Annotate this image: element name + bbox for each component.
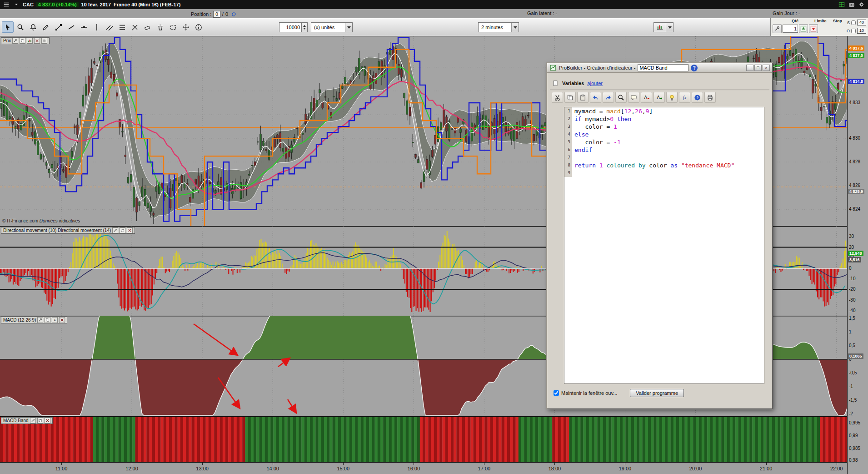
grid-icon[interactable]: [41, 38, 47, 44]
tool-pitchfork-icon[interactable]: [129, 21, 141, 33]
layout-icon[interactable]: [838, 1, 845, 8]
close-icon[interactable]: [45, 418, 50, 424]
close-icon[interactable]: [127, 227, 133, 233]
app-menu-icon[interactable]: [3, 1, 10, 8]
sell-stop-button[interactable]: [809, 24, 818, 33]
time-tick: [837, 463, 837, 465]
copy-icon[interactable]: [45, 317, 50, 323]
copy-icon[interactable]: [37, 418, 43, 424]
o-label: O: [847, 29, 850, 33]
tool-vline-icon[interactable]: [91, 21, 103, 33]
chart-style-select[interactable]: [653, 22, 673, 32]
wrench-icon[interactable]: [37, 317, 43, 323]
tool-segment-icon[interactable]: [65, 21, 77, 33]
code-line[interactable]: 4else: [564, 131, 764, 138]
code-line[interactable]: 1mymacd = macd[12,26,9]: [564, 107, 764, 115]
tool-pencil-icon[interactable]: [40, 21, 52, 33]
timeframe-select[interactable]: 2 minutes: [478, 22, 519, 32]
o-checkbox[interactable]: [851, 29, 856, 33]
code-line[interactable]: 8return 1 coloured by color as "tendance…: [564, 161, 764, 169]
macd-band-plot[interactable]: [0, 416, 847, 462]
tool-hline-icon[interactable]: [78, 21, 90, 33]
tool-cursor-icon[interactable]: [2, 21, 14, 33]
add-variable-link[interactable]: ajouter: [587, 81, 603, 86]
code-editor[interactable]: 1mymacd = macd[12,26,9]2if mymacd>0 then…: [564, 107, 764, 384]
refresh-icon[interactable]: [230, 10, 237, 18]
tool-trendline-icon[interactable]: [53, 21, 65, 33]
editor-comment-icon[interactable]: [628, 92, 639, 103]
editor-function-icon[interactable]: fx: [679, 92, 690, 103]
tool-move-icon[interactable]: [180, 21, 192, 33]
chevron-down-icon[interactable]: [511, 23, 519, 32]
chevron-down-icon[interactable]: [666, 23, 673, 32]
s-value[interactable]: 40: [857, 20, 866, 25]
editor-font-smaller-icon[interactable]: A: [641, 92, 652, 103]
instrument-symbol[interactable]: CAC: [23, 2, 34, 7]
tool-select-zone-icon[interactable]: [167, 21, 179, 33]
wrench-icon[interactable]: [12, 38, 18, 44]
atext-icon[interactable]: A: [52, 317, 58, 323]
o-value[interactable]: 10: [857, 28, 866, 34]
copy-icon[interactable]: [120, 227, 125, 233]
time-axis[interactable]: 11:0012:0013:0014:0015:0016:0017:0018:00…: [0, 462, 847, 474]
axis-label: 4 824: [849, 207, 860, 212]
wrench-icon[interactable]: [112, 227, 118, 233]
close-button[interactable]: ×: [763, 65, 770, 71]
tool-eraser-icon[interactable]: [142, 21, 154, 33]
editor-search-icon[interactable]: [615, 92, 627, 103]
gain-latent: Gain latent : -: [527, 10, 557, 16]
s-checkbox[interactable]: [851, 20, 856, 25]
gear-icon[interactable]: [858, 1, 865, 8]
code-line[interactable]: 2if mymacd>0 then: [564, 115, 764, 123]
indicator-name-input[interactable]: [638, 64, 688, 71]
editor-hint-icon[interactable]: [666, 92, 678, 103]
stop-header: Stop: [833, 19, 842, 23]
order-qty-input[interactable]: [783, 25, 798, 33]
price-axis[interactable]: 4 837,64 837,04 834,84 8334 8304 8284 82…: [847, 36, 868, 474]
tool-trash-icon[interactable]: [155, 21, 166, 33]
code-line[interactable]: 9: [564, 169, 764, 177]
editor-redo-icon[interactable]: [603, 92, 614, 103]
editor-help-icon[interactable]: ?: [692, 92, 703, 103]
tool-channel-icon[interactable]: [104, 21, 115, 33]
keep-open-checkbox[interactable]: [554, 390, 559, 396]
code-line[interactable]: 6endif: [564, 146, 764, 154]
tool-alarm-icon[interactable]: [27, 21, 39, 33]
camera-icon[interactable]: [848, 1, 855, 8]
axis-label: -30: [849, 298, 855, 303]
editor-font-larger-icon[interactable]: A: [653, 92, 665, 103]
editor-paste-icon[interactable]: [577, 92, 589, 103]
tool-zoom-icon[interactable]: [15, 21, 26, 33]
axis-value-badge: 8,516: [848, 257, 861, 262]
editor-print-icon[interactable]: [704, 92, 716, 103]
quantity-input[interactable]: [279, 22, 302, 32]
copy-icon[interactable]: [20, 38, 25, 44]
time-label: 22:00: [828, 466, 846, 471]
keep-open-option[interactable]: Maintenir la fenêtre ouv...: [554, 390, 617, 396]
time-label: 20:00: [687, 466, 705, 471]
code-line[interactable]: 5 color = -1: [564, 138, 764, 146]
quantity-stepper[interactable]: [302, 22, 308, 32]
editor-cut-icon[interactable]: [552, 92, 563, 103]
minimize-button[interactable]: –: [746, 65, 753, 71]
code-line[interactable]: 3 color = 1: [564, 123, 764, 131]
tool-info-icon[interactable]: [193, 21, 205, 33]
close-icon[interactable]: [34, 38, 40, 44]
wrench-icon[interactable]: [30, 418, 36, 424]
chevron-down-icon[interactable]: [345, 23, 352, 32]
code-line[interactable]: 7: [564, 154, 764, 161]
instrument-dropdown-icon[interactable]: [13, 1, 20, 8]
editor-copy-icon[interactable]: [564, 92, 576, 103]
tool-fibonacci-icon[interactable]: [116, 21, 128, 33]
validate-program-button[interactable]: Valider programme: [630, 389, 684, 397]
editor-undo-icon[interactable]: [590, 92, 601, 103]
help-icon[interactable]: ?: [691, 65, 698, 71]
unit-select[interactable]: (x) unités: [311, 22, 353, 32]
maximize-button[interactable]: □: [754, 65, 762, 71]
order-settings-button[interactable]: [773, 24, 782, 33]
svg-text:A: A: [657, 95, 660, 100]
dialog-titlebar[interactable]: ProBuilder - Création d'indicateur - ? –…: [547, 63, 772, 73]
buy-limit-button[interactable]: [799, 24, 808, 33]
chart-icon[interactable]: [27, 38, 33, 44]
close-icon[interactable]: [59, 317, 65, 323]
